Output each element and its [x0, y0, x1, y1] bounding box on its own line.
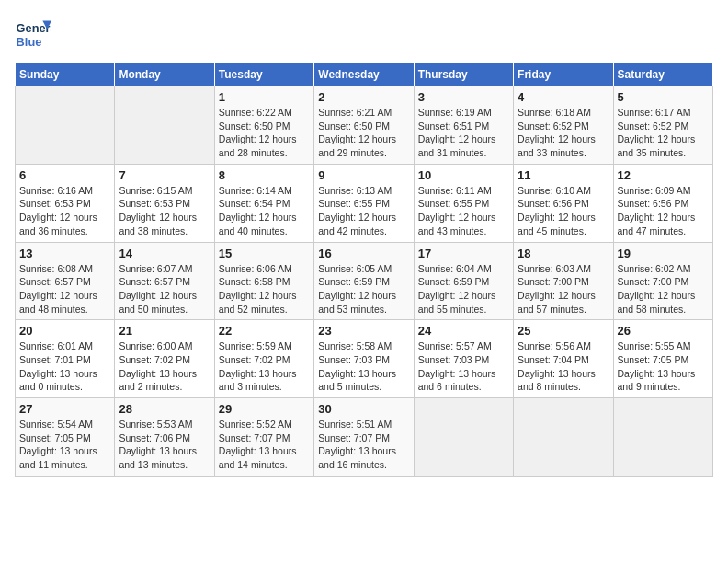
logo-icon: General Blue [15, 15, 51, 52]
day-number: 13 [19, 247, 110, 260]
day-cell: 5Sunrise: 6:17 AM Sunset: 6:52 PM Daylig… [613, 86, 712, 165]
day-info: Sunrise: 6:16 AM Sunset: 6:53 PM Dayligh… [19, 184, 110, 238]
day-info: Sunrise: 5:58 AM Sunset: 7:03 PM Dayligh… [318, 339, 409, 394]
day-info: Sunrise: 6:01 AM Sunset: 7:01 PM Dayligh… [19, 339, 110, 394]
day-cell: 19Sunrise: 6:02 AM Sunset: 7:00 PM Dayli… [613, 242, 712, 320]
day-info: Sunrise: 5:54 AM Sunset: 7:05 PM Dayligh… [19, 418, 110, 472]
day-cell: 16Sunrise: 6:05 AM Sunset: 6:59 PM Dayli… [314, 242, 414, 320]
day-cell: 4Sunrise: 6:18 AM Sunset: 6:52 PM Daylig… [514, 86, 613, 165]
weekday-tuesday: Tuesday [214, 63, 313, 86]
day-cell: 13Sunrise: 6:08 AM Sunset: 6:57 PM Dayli… [16, 242, 115, 320]
day-cell: 29Sunrise: 5:52 AM Sunset: 7:07 PM Dayli… [214, 398, 313, 477]
day-cell: 25Sunrise: 5:56 AM Sunset: 7:04 PM Dayli… [514, 320, 613, 398]
day-cell: 30Sunrise: 5:51 AM Sunset: 7:07 PM Dayli… [314, 398, 414, 477]
weekday-saturday: Saturday [613, 63, 712, 86]
day-info: Sunrise: 6:06 AM Sunset: 6:58 PM Dayligh… [219, 262, 310, 316]
day-number: 28 [119, 402, 210, 416]
day-number: 3 [418, 90, 509, 104]
weekday-friday: Friday [514, 63, 613, 86]
day-info: Sunrise: 6:13 AM Sunset: 6:55 PM Dayligh… [318, 184, 409, 238]
svg-text:Blue: Blue [17, 35, 42, 49]
page-header: General Blue [15, 15, 713, 52]
day-number: 25 [518, 324, 609, 338]
week-row-3: 13Sunrise: 6:08 AM Sunset: 6:57 PM Dayli… [16, 242, 713, 320]
day-number: 15 [219, 247, 310, 260]
day-info: Sunrise: 6:03 AM Sunset: 7:00 PM Dayligh… [518, 262, 609, 316]
day-cell: 1Sunrise: 6:22 AM Sunset: 6:50 PM Daylig… [214, 86, 313, 165]
day-cell: 8Sunrise: 6:14 AM Sunset: 6:54 PM Daylig… [214, 164, 313, 242]
day-info: Sunrise: 6:10 AM Sunset: 6:56 PM Dayligh… [518, 184, 609, 238]
day-number: 24 [418, 324, 509, 338]
day-cell: 27Sunrise: 5:54 AM Sunset: 7:05 PM Dayli… [16, 398, 115, 477]
day-number: 11 [518, 168, 609, 182]
day-info: Sunrise: 5:59 AM Sunset: 7:02 PM Dayligh… [219, 339, 310, 394]
day-cell: 10Sunrise: 6:11 AM Sunset: 6:55 PM Dayli… [414, 164, 513, 242]
day-info: Sunrise: 5:51 AM Sunset: 7:07 PM Dayligh… [318, 418, 409, 472]
day-number: 22 [219, 324, 310, 338]
day-number: 2 [318, 90, 409, 104]
day-cell [414, 398, 513, 477]
day-number: 23 [318, 324, 409, 338]
day-info: Sunrise: 6:07 AM Sunset: 6:57 PM Dayligh… [119, 262, 210, 316]
day-info: Sunrise: 6:09 AM Sunset: 6:56 PM Dayligh… [618, 184, 709, 238]
day-info: Sunrise: 5:57 AM Sunset: 7:03 PM Dayligh… [418, 339, 509, 394]
day-cell: 7Sunrise: 6:15 AM Sunset: 6:53 PM Daylig… [115, 164, 214, 242]
day-cell: 3Sunrise: 6:19 AM Sunset: 6:51 PM Daylig… [414, 86, 513, 165]
day-info: Sunrise: 6:21 AM Sunset: 6:50 PM Dayligh… [318, 106, 409, 160]
week-row-1: 1Sunrise: 6:22 AM Sunset: 6:50 PM Daylig… [16, 86, 713, 165]
weekday-thursday: Thursday [414, 63, 513, 86]
day-number: 26 [618, 324, 709, 338]
day-number: 30 [318, 402, 409, 416]
day-number: 6 [19, 168, 110, 182]
day-info: Sunrise: 6:19 AM Sunset: 6:51 PM Dayligh… [418, 106, 509, 160]
day-number: 27 [19, 402, 110, 416]
day-info: Sunrise: 5:55 AM Sunset: 7:05 PM Dayligh… [618, 339, 709, 394]
day-cell: 18Sunrise: 6:03 AM Sunset: 7:00 PM Dayli… [514, 242, 613, 320]
week-row-5: 27Sunrise: 5:54 AM Sunset: 7:05 PM Dayli… [16, 398, 713, 477]
day-number: 8 [219, 168, 310, 182]
day-info: Sunrise: 6:18 AM Sunset: 6:52 PM Dayligh… [518, 106, 609, 160]
day-number: 19 [618, 247, 709, 260]
day-info: Sunrise: 6:02 AM Sunset: 7:00 PM Dayligh… [618, 262, 709, 316]
day-info: Sunrise: 6:04 AM Sunset: 6:59 PM Dayligh… [418, 262, 509, 316]
day-cell: 20Sunrise: 6:01 AM Sunset: 7:01 PM Dayli… [16, 320, 115, 398]
day-info: Sunrise: 6:22 AM Sunset: 6:50 PM Dayligh… [219, 106, 310, 160]
day-info: Sunrise: 5:56 AM Sunset: 7:04 PM Dayligh… [518, 339, 609, 394]
week-row-2: 6Sunrise: 6:16 AM Sunset: 6:53 PM Daylig… [16, 164, 713, 242]
day-cell [514, 398, 613, 477]
day-cell: 26Sunrise: 5:55 AM Sunset: 7:05 PM Dayli… [613, 320, 712, 398]
day-cell: 11Sunrise: 6:10 AM Sunset: 6:56 PM Dayli… [514, 164, 613, 242]
day-info: Sunrise: 6:15 AM Sunset: 6:53 PM Dayligh… [119, 184, 210, 238]
day-cell: 6Sunrise: 6:16 AM Sunset: 6:53 PM Daylig… [16, 164, 115, 242]
day-number: 4 [518, 90, 609, 104]
day-info: Sunrise: 6:11 AM Sunset: 6:55 PM Dayligh… [418, 184, 509, 238]
day-info: Sunrise: 6:08 AM Sunset: 6:57 PM Dayligh… [19, 262, 110, 316]
day-cell: 2Sunrise: 6:21 AM Sunset: 6:50 PM Daylig… [314, 86, 414, 165]
day-number: 9 [318, 168, 409, 182]
day-number: 21 [119, 324, 210, 338]
day-cell: 28Sunrise: 5:53 AM Sunset: 7:06 PM Dayli… [115, 398, 214, 477]
day-cell: 14Sunrise: 6:07 AM Sunset: 6:57 PM Dayli… [115, 242, 214, 320]
day-info: Sunrise: 5:53 AM Sunset: 7:06 PM Dayligh… [119, 418, 210, 472]
day-cell: 17Sunrise: 6:04 AM Sunset: 6:59 PM Dayli… [414, 242, 513, 320]
weekday-sunday: Sunday [16, 63, 115, 86]
day-number: 5 [618, 90, 709, 104]
day-info: Sunrise: 5:52 AM Sunset: 7:07 PM Dayligh… [219, 418, 310, 472]
day-info: Sunrise: 6:00 AM Sunset: 7:02 PM Dayligh… [119, 339, 210, 394]
day-cell: 21Sunrise: 6:00 AM Sunset: 7:02 PM Dayli… [115, 320, 214, 398]
day-number: 17 [418, 247, 509, 260]
day-number: 16 [318, 247, 409, 260]
day-cell: 15Sunrise: 6:06 AM Sunset: 6:58 PM Dayli… [214, 242, 313, 320]
day-number: 12 [618, 168, 709, 182]
day-number: 10 [418, 168, 509, 182]
day-number: 29 [219, 402, 310, 416]
weekday-monday: Monday [115, 63, 214, 86]
calendar-table: SundayMondayTuesdayWednesdayThursdayFrid… [15, 63, 713, 477]
day-info: Sunrise: 6:05 AM Sunset: 6:59 PM Dayligh… [318, 262, 409, 316]
day-cell: 12Sunrise: 6:09 AM Sunset: 6:56 PM Dayli… [613, 164, 712, 242]
day-info: Sunrise: 6:14 AM Sunset: 6:54 PM Dayligh… [219, 184, 310, 238]
day-number: 7 [119, 168, 210, 182]
day-cell: 24Sunrise: 5:57 AM Sunset: 7:03 PM Dayli… [414, 320, 513, 398]
logo: General Blue [15, 15, 51, 52]
day-cell: 22Sunrise: 5:59 AM Sunset: 7:02 PM Dayli… [214, 320, 313, 398]
